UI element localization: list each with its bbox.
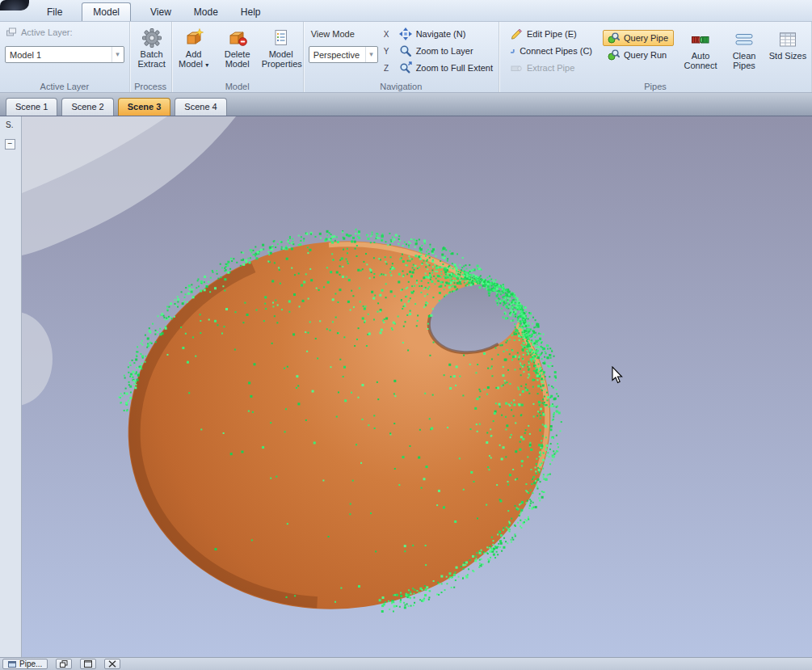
- navigate-icon: [399, 27, 412, 40]
- delete-model-button[interactable]: Delete Model: [217, 24, 258, 73]
- scene-tab-bar: Scene 1 Scene 2 Scene 3 Scene 4: [0, 93, 812, 116]
- edit-pipe-icon: [510, 27, 523, 40]
- menu-bar: File Model View Mode Help: [0, 0, 812, 22]
- group-caption-process: Process: [130, 82, 171, 91]
- delete-model-label: Delete Model: [218, 49, 257, 69]
- ribbon-group-pipes: Edit Pipe (E) Connect Pipes (C): [499, 22, 812, 92]
- zoom-full-extent-icon: [399, 61, 412, 74]
- active-layer-combo-value: Model 1: [6, 50, 111, 60]
- scene-viewport[interactable]: [22, 116, 812, 657]
- menu-file[interactable]: File: [44, 3, 65, 21]
- query-run-button[interactable]: Query Run: [603, 47, 674, 63]
- extract-pipe-icon: [510, 61, 523, 74]
- std-sizes-button[interactable]: Std Sizes: [768, 26, 808, 76]
- side-panel-title: S.: [0, 116, 21, 129]
- workspace: S. −: [0, 116, 812, 657]
- clean-pipes-button[interactable]: Clean Pipes: [724, 26, 764, 76]
- view-mode-value: Perspective: [309, 50, 365, 60]
- taskbar-item-pipe[interactable]: Pipe...: [2, 659, 48, 669]
- panel-collapse-button[interactable]: −: [5, 139, 15, 150]
- delete-model-icon: [228, 27, 247, 49]
- axis-z-toggle[interactable]: Z: [381, 60, 392, 77]
- chevron-down-icon[interactable]: ▾: [365, 47, 377, 62]
- layers-icon: [6, 27, 17, 38]
- query-pipe-label: Query Pipe: [624, 33, 668, 43]
- connect-pipes-icon: [510, 44, 515, 57]
- collapsed-side-panel: S. −: [0, 116, 22, 657]
- connect-pipes-button[interactable]: Connect Pipes (C): [506, 43, 596, 59]
- auto-connect-icon: [691, 28, 710, 51]
- group-caption-model: Model: [172, 82, 303, 91]
- window-icon: [8, 660, 16, 668]
- ribbon-group-process: Batch Extract Process: [130, 22, 172, 92]
- bottom-taskbar: Pipe...: [0, 657, 812, 670]
- axis-lock-column: X Y Z: [381, 26, 392, 77]
- zoom-to-layer-label: Zoom to Layer: [416, 46, 473, 56]
- clean-pipes-icon: [734, 28, 754, 51]
- axis-y-toggle[interactable]: Y: [381, 43, 392, 60]
- query-pipe-icon: [607, 32, 620, 44]
- tab-scene-2[interactable]: Scene 2: [61, 98, 113, 116]
- edit-pipe-button[interactable]: Edit Pipe (E): [506, 26, 596, 42]
- add-model-icon: [184, 27, 204, 49]
- menu-view[interactable]: View: [147, 3, 175, 21]
- add-model-button[interactable]: Add Model ▾: [174, 24, 214, 73]
- close-window-button[interactable]: [104, 659, 120, 669]
- gear-icon: [141, 27, 162, 49]
- model-properties-icon: [271, 27, 291, 49]
- auto-connect-button[interactable]: Auto Connect: [680, 26, 721, 76]
- edit-pipe-label: Edit Pipe (E): [527, 29, 577, 39]
- menu-model[interactable]: Model: [82, 2, 131, 21]
- ribbon: Active Layer: Model 1 ▾ Active Layer: [0, 22, 812, 93]
- tab-scene-3[interactable]: Scene 3: [118, 98, 171, 116]
- auto-connect-label: Auto Connect: [681, 51, 720, 70]
- ribbon-group-active-layer: Active Layer: Model 1 ▾ Active Layer: [0, 22, 130, 92]
- menu-mode[interactable]: Mode: [191, 3, 221, 21]
- extract-pipe-label: Extract Pipe: [527, 63, 574, 73]
- std-sizes-label: Std Sizes: [768, 51, 807, 61]
- axis-x-toggle[interactable]: X: [381, 26, 392, 43]
- zoom-layer-icon: [399, 44, 412, 57]
- view-mode-combo[interactable]: Perspective ▾: [309, 46, 378, 63]
- query-pipe-button[interactable]: Query Pipe: [603, 30, 674, 46]
- ribbon-group-navigation: View Mode Perspective ▾ X Y Z: [304, 22, 499, 92]
- add-model-label: Add Model: [179, 49, 203, 69]
- app-orb-button[interactable]: [0, 0, 29, 11]
- group-caption-navigation: Navigation: [304, 82, 499, 91]
- application-window: File Model View Mode Help Active Layer: …: [0, 0, 812, 670]
- active-layer-header: Active Layer:: [6, 27, 128, 38]
- chevron-down-icon[interactable]: ▾: [111, 47, 124, 62]
- close-icon: [108, 660, 116, 668]
- active-layer-label: Active Layer:: [21, 27, 73, 37]
- restore-icon: [60, 660, 68, 668]
- clean-pipes-label: Clean Pipes: [725, 51, 764, 70]
- zoom-to-layer-button[interactable]: Zoom to Layer: [395, 43, 497, 59]
- ribbon-group-model: Add Model ▾ Delete Model: [172, 22, 304, 92]
- batch-extract-label: Batch Extract: [133, 49, 171, 69]
- maximize-window-button[interactable]: [80, 659, 96, 669]
- group-caption-pipes: Pipes: [499, 82, 811, 91]
- zoom-to-full-extent-button[interactable]: Zoom to Full Extent: [395, 60, 497, 76]
- taskbar-item-label: Pipe...: [19, 659, 42, 668]
- query-run-label: Query Run: [624, 50, 667, 60]
- restore-window-button[interactable]: [56, 659, 72, 669]
- chevron-down-icon: ▾: [205, 61, 208, 69]
- navigate-label: Navigate (N): [416, 29, 466, 39]
- point-cloud-3d-view[interactable]: [22, 116, 812, 657]
- connect-pipes-label: Connect Pipes (C): [520, 46, 592, 56]
- navigate-button[interactable]: Navigate (N): [395, 26, 497, 42]
- active-layer-combo[interactable]: Model 1 ▾: [5, 46, 124, 63]
- zoom-to-full-extent-label: Zoom to Full Extent: [416, 63, 493, 73]
- std-sizes-icon: [778, 28, 797, 51]
- tab-scene-4[interactable]: Scene 4: [175, 98, 226, 116]
- query-run-icon: [607, 48, 620, 61]
- extract-pipe-button: Extract Pipe: [506, 60, 596, 76]
- model-properties-label: Model Properties: [262, 49, 301, 69]
- batch-extract-button[interactable]: Batch Extract: [132, 24, 172, 71]
- view-mode-label: View Mode: [309, 26, 378, 39]
- model-properties-button[interactable]: Model Properties: [261, 24, 301, 73]
- tab-scene-1[interactable]: Scene 1: [6, 98, 57, 116]
- group-caption-active-layer: Active Layer: [0, 82, 129, 91]
- menu-help[interactable]: Help: [238, 3, 264, 21]
- maximize-icon: [84, 660, 92, 668]
